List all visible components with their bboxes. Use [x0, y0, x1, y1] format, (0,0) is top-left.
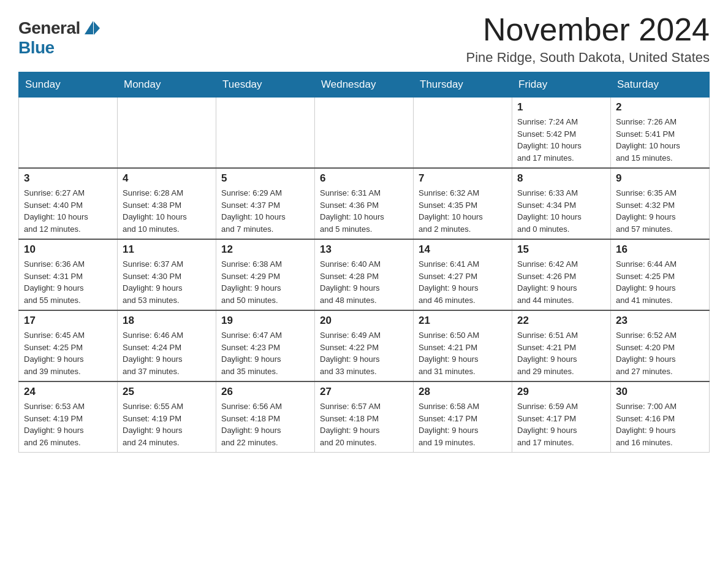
day-info: Sunrise: 6:42 AMSunset: 4:26 PMDaylight:… — [517, 258, 605, 306]
weekday-header-row: SundayMondayTuesdayWednesdayThursdayFrid… — [19, 72, 710, 98]
calendar-cell: 15Sunrise: 6:42 AMSunset: 4:26 PMDayligh… — [512, 239, 611, 310]
week-row-4: 17Sunrise: 6:45 AMSunset: 4:25 PMDayligh… — [19, 310, 710, 381]
calendar-cell: 30Sunrise: 7:00 AMSunset: 4:16 PMDayligh… — [611, 381, 710, 453]
day-number: 9 — [616, 172, 704, 185]
day-info: Sunrise: 6:33 AMSunset: 4:34 PMDaylight:… — [517, 187, 605, 235]
day-number: 27 — [320, 386, 408, 398]
day-number: 26 — [221, 386, 309, 398]
day-info: Sunrise: 6:29 AMSunset: 4:37 PMDaylight:… — [221, 187, 309, 235]
calendar-cell — [216, 98, 315, 169]
day-number: 18 — [123, 315, 211, 327]
calendar-cell: 7Sunrise: 6:32 AMSunset: 4:35 PMDaylight… — [414, 168, 512, 239]
calendar-cell: 2Sunrise: 7:26 AMSunset: 5:41 PMDaylight… — [611, 98, 710, 169]
calendar-cell: 14Sunrise: 6:41 AMSunset: 4:27 PMDayligh… — [414, 239, 512, 310]
day-number: 14 — [419, 243, 507, 256]
day-info: Sunrise: 7:24 AMSunset: 5:42 PMDaylight:… — [517, 116, 605, 164]
calendar-cell: 6Sunrise: 6:31 AMSunset: 4:36 PMDaylight… — [315, 168, 414, 239]
calendar-cell: 26Sunrise: 6:56 AMSunset: 4:18 PMDayligh… — [216, 381, 315, 453]
calendar-cell: 17Sunrise: 6:45 AMSunset: 4:25 PMDayligh… — [19, 310, 118, 381]
location-subtitle: Pine Ridge, South Dakota, United States — [466, 50, 710, 66]
day-number: 5 — [221, 172, 309, 185]
day-info: Sunrise: 6:58 AMSunset: 4:17 PMDaylight:… — [419, 400, 507, 448]
calendar-cell: 19Sunrise: 6:47 AMSunset: 4:23 PMDayligh… — [216, 310, 315, 381]
day-info: Sunrise: 6:57 AMSunset: 4:18 PMDaylight:… — [320, 400, 408, 448]
calendar-cell: 25Sunrise: 6:55 AMSunset: 4:19 PMDayligh… — [118, 381, 216, 453]
weekday-header-sunday: Sunday — [19, 72, 118, 98]
week-row-5: 24Sunrise: 6:53 AMSunset: 4:19 PMDayligh… — [19, 381, 710, 453]
weekday-header-wednesday: Wednesday — [315, 72, 414, 98]
day-number: 10 — [24, 243, 112, 256]
day-info: Sunrise: 7:00 AMSunset: 4:16 PMDaylight:… — [616, 400, 704, 448]
calendar-cell: 13Sunrise: 6:40 AMSunset: 4:28 PMDayligh… — [315, 239, 414, 310]
calendar-cell: 28Sunrise: 6:58 AMSunset: 4:17 PMDayligh… — [414, 381, 512, 453]
week-row-1: 1Sunrise: 7:24 AMSunset: 5:42 PMDaylight… — [19, 98, 710, 169]
day-info: Sunrise: 6:37 AMSunset: 4:30 PMDaylight:… — [123, 258, 211, 306]
calendar-table: SundayMondayTuesdayWednesdayThursdayFrid… — [18, 72, 710, 453]
day-info: Sunrise: 7:26 AMSunset: 5:41 PMDaylight:… — [616, 116, 704, 164]
calendar-cell — [118, 98, 216, 169]
calendar-cell: 11Sunrise: 6:37 AMSunset: 4:30 PMDayligh… — [118, 239, 216, 310]
calendar-cell: 10Sunrise: 6:36 AMSunset: 4:31 PMDayligh… — [19, 239, 118, 310]
logo-triangle-small-icon — [94, 21, 100, 35]
day-info: Sunrise: 6:45 AMSunset: 4:25 PMDaylight:… — [24, 329, 112, 377]
day-number: 4 — [123, 172, 211, 185]
day-number: 25 — [123, 386, 211, 398]
day-info: Sunrise: 6:46 AMSunset: 4:24 PMDaylight:… — [123, 329, 211, 377]
calendar-cell: 21Sunrise: 6:50 AMSunset: 4:21 PMDayligh… — [414, 310, 512, 381]
day-number: 30 — [616, 386, 704, 398]
calendar-cell: 29Sunrise: 6:59 AMSunset: 4:17 PMDayligh… — [512, 381, 611, 453]
logo-triangle-icon — [85, 21, 93, 34]
header: General Blue November 2024 Pine Ridge, S… — [18, 12, 710, 66]
calendar-cell: 23Sunrise: 6:52 AMSunset: 4:20 PMDayligh… — [611, 310, 710, 381]
calendar-cell — [19, 98, 118, 169]
day-number: 8 — [517, 172, 605, 185]
day-info: Sunrise: 6:27 AMSunset: 4:40 PMDaylight:… — [24, 187, 112, 235]
calendar-cell: 3Sunrise: 6:27 AMSunset: 4:40 PMDaylight… — [19, 168, 118, 239]
day-info: Sunrise: 6:50 AMSunset: 4:21 PMDaylight:… — [419, 329, 507, 377]
day-number: 22 — [517, 315, 605, 327]
day-info: Sunrise: 6:52 AMSunset: 4:20 PMDaylight:… — [616, 329, 704, 377]
day-number: 6 — [320, 172, 408, 185]
day-number: 29 — [517, 386, 605, 398]
calendar-cell: 12Sunrise: 6:38 AMSunset: 4:29 PMDayligh… — [216, 239, 315, 310]
calendar-cell: 16Sunrise: 6:44 AMSunset: 4:25 PMDayligh… — [611, 239, 710, 310]
calendar-cell: 9Sunrise: 6:35 AMSunset: 4:32 PMDaylight… — [611, 168, 710, 239]
weekday-header-saturday: Saturday — [611, 72, 710, 98]
day-info: Sunrise: 6:40 AMSunset: 4:28 PMDaylight:… — [320, 258, 408, 306]
day-info: Sunrise: 6:35 AMSunset: 4:32 PMDaylight:… — [616, 187, 704, 235]
weekday-header-tuesday: Tuesday — [216, 72, 315, 98]
day-number: 20 — [320, 315, 408, 327]
day-number: 12 — [221, 243, 309, 256]
day-info: Sunrise: 6:53 AMSunset: 4:19 PMDaylight:… — [24, 400, 112, 448]
day-number: 13 — [320, 243, 408, 256]
day-number: 17 — [24, 315, 112, 327]
calendar-cell: 1Sunrise: 7:24 AMSunset: 5:42 PMDaylight… — [512, 98, 611, 169]
day-info: Sunrise: 6:56 AMSunset: 4:18 PMDaylight:… — [221, 400, 309, 448]
calendar-cell: 22Sunrise: 6:51 AMSunset: 4:21 PMDayligh… — [512, 310, 611, 381]
logo: General Blue — [18, 12, 100, 58]
day-number: 21 — [419, 315, 507, 327]
calendar-cell: 4Sunrise: 6:28 AMSunset: 4:38 PMDaylight… — [118, 168, 216, 239]
weekday-header-friday: Friday — [512, 72, 611, 98]
day-number: 1 — [517, 101, 605, 113]
day-info: Sunrise: 6:36 AMSunset: 4:31 PMDaylight:… — [24, 258, 112, 306]
day-info: Sunrise: 6:44 AMSunset: 4:25 PMDaylight:… — [616, 258, 704, 306]
weekday-header-monday: Monday — [118, 72, 216, 98]
day-info: Sunrise: 6:51 AMSunset: 4:21 PMDaylight:… — [517, 329, 605, 377]
calendar-cell: 24Sunrise: 6:53 AMSunset: 4:19 PMDayligh… — [19, 381, 118, 453]
day-info: Sunrise: 6:59 AMSunset: 4:17 PMDaylight:… — [517, 400, 605, 448]
calendar-cell: 20Sunrise: 6:49 AMSunset: 4:22 PMDayligh… — [315, 310, 414, 381]
week-row-3: 10Sunrise: 6:36 AMSunset: 4:31 PMDayligh… — [19, 239, 710, 310]
day-number: 16 — [616, 243, 704, 256]
calendar-cell: 8Sunrise: 6:33 AMSunset: 4:34 PMDaylight… — [512, 168, 611, 239]
day-info: Sunrise: 6:47 AMSunset: 4:23 PMDaylight:… — [221, 329, 309, 377]
day-info: Sunrise: 6:49 AMSunset: 4:22 PMDaylight:… — [320, 329, 408, 377]
day-number: 3 — [24, 172, 112, 185]
logo-blue-text: Blue — [18, 38, 55, 58]
month-title: November 2024 — [466, 12, 710, 47]
day-info: Sunrise: 6:55 AMSunset: 4:19 PMDaylight:… — [123, 400, 211, 448]
day-number: 19 — [221, 315, 309, 327]
logo-general-text: General — [18, 18, 80, 38]
day-info: Sunrise: 6:28 AMSunset: 4:38 PMDaylight:… — [123, 187, 211, 235]
calendar-cell — [315, 98, 414, 169]
